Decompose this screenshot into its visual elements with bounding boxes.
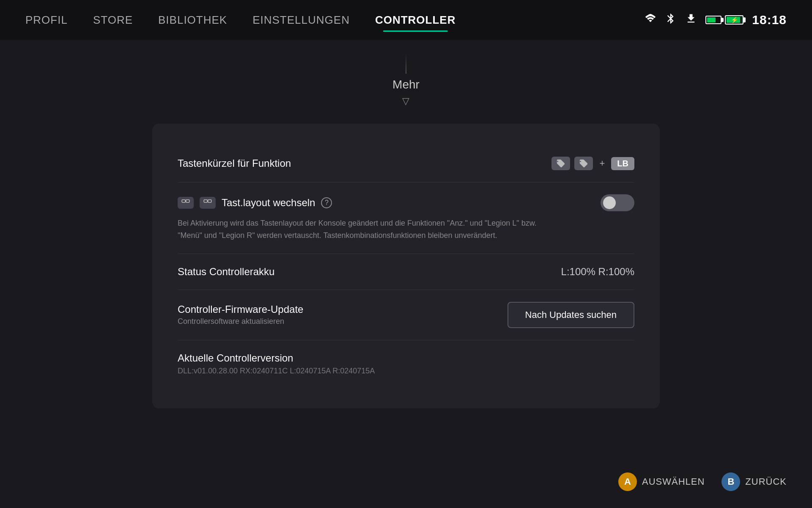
version-info: DLL:v01.00.28.00 RX:0240711C L:0240715A … xyxy=(178,367,375,375)
nav-bibliothek[interactable]: BIBLIOTHEK xyxy=(158,14,227,27)
nav-einstellungen[interactable]: EINSTELLUNGEN xyxy=(252,14,350,27)
status-bar: ⚡ 18:18 xyxy=(645,13,787,27)
b-button-icon: B xyxy=(721,472,740,491)
bottom-action-bar: A AUSWÄHLEN B ZURÜCK xyxy=(618,472,787,491)
download-icon xyxy=(685,13,697,27)
tag-icon-1 xyxy=(551,157,570,170)
nav-store[interactable]: STORE xyxy=(93,14,133,27)
svg-rect-1 xyxy=(186,200,189,202)
battery-low-icon xyxy=(705,16,721,24)
firmware-label: Controller-Firmware-Update xyxy=(178,304,303,315)
svg-rect-0 xyxy=(182,200,185,202)
scroll-line xyxy=(406,52,406,74)
scroll-indicator: Mehr ▽ xyxy=(392,52,420,107)
back-label: ZURÜCK xyxy=(745,476,787,487)
shortcut-icons: + LB xyxy=(551,157,634,170)
plus-sign: + xyxy=(599,158,605,169)
main-content: Mehr ▽ Tastenkürzel für Funktion + LB xyxy=(0,40,812,409)
shortcut-label: Tastenkürzel für Funktion xyxy=(178,157,291,169)
battery-status-label: Status Controllerakku xyxy=(178,266,274,278)
version-label: Aktuelle Controllerversion xyxy=(178,352,293,364)
firmware-label-group: Controller-Firmware-Update Controllersof… xyxy=(178,304,303,326)
settings-card: Tastenkürzel für Funktion + LB xyxy=(152,124,660,409)
lb-badge: LB xyxy=(611,157,634,170)
help-icon[interactable]: ? xyxy=(321,197,332,208)
nav-profil[interactable]: PROFIL xyxy=(25,14,68,27)
layout-switch-header: Tast.layout wechseln ? xyxy=(178,194,634,211)
layout-switch-left: Tast.layout wechseln ? xyxy=(178,197,332,209)
toggle-track xyxy=(601,194,634,211)
layout-description: Bei Aktivierung wird das Tastenlayout de… xyxy=(178,217,558,242)
svg-rect-3 xyxy=(208,200,211,202)
battery-status-value: L:100% R:100% xyxy=(561,266,634,278)
tag-icon-2 xyxy=(574,157,593,170)
back-action[interactable]: B ZURÜCK xyxy=(721,472,787,491)
layout-icon-1 xyxy=(178,197,194,209)
select-action[interactable]: A AUSWÄHLEN xyxy=(618,472,705,491)
clock-display: 18:18 xyxy=(752,13,787,27)
chevron-down-icon: ▽ xyxy=(402,96,409,107)
bluetooth-icon xyxy=(665,13,677,27)
layout-switch-label: Tast.layout wechseln xyxy=(222,197,315,209)
update-button[interactable]: Nach Updates suchen xyxy=(508,302,634,328)
version-row: Aktuelle Controllerversion DLL:v01.00.28… xyxy=(178,340,634,387)
nav-links: PROFIL STORE BIBLIOTHEK EINSTELLUNGEN CO… xyxy=(25,14,455,27)
battery-status-row: Status Controllerakku L:100% R:100% xyxy=(178,254,634,290)
shortcut-row: Tastenkürzel für Funktion + LB xyxy=(178,145,634,182)
battery-charging-icon: ⚡ xyxy=(725,15,743,25)
a-button-icon: A xyxy=(618,472,637,491)
firmware-sublabel: Controllersoftware aktualisieren xyxy=(178,317,303,326)
layout-switch-row: Tast.layout wechseln ? Bei Aktivierung w… xyxy=(178,182,634,254)
more-label: Mehr xyxy=(392,78,420,91)
svg-rect-2 xyxy=(204,200,207,202)
toggle-thumb xyxy=(603,196,616,209)
wifi-icon xyxy=(645,13,656,27)
layout-icon-2 xyxy=(200,197,216,209)
firmware-update-row: Controller-Firmware-Update Controllersof… xyxy=(178,290,634,340)
layout-toggle[interactable] xyxy=(601,194,634,211)
select-label: AUSWÄHLEN xyxy=(642,476,705,487)
nav-controller[interactable]: CONTROLLER xyxy=(375,14,456,27)
top-navigation: PROFIL STORE BIBLIOTHEK EINSTELLUNGEN CO… xyxy=(0,0,812,40)
battery-icons: ⚡ xyxy=(705,15,743,25)
